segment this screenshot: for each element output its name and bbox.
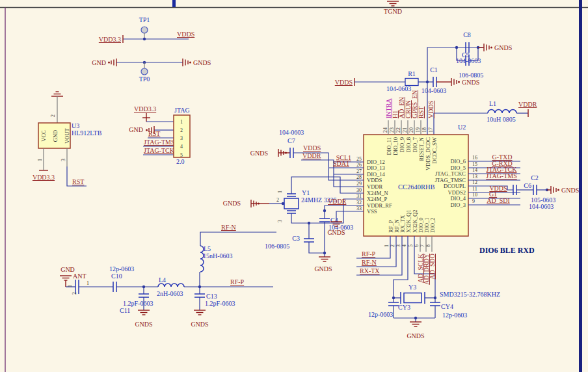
net-label: SDA1 <box>333 160 349 167</box>
cy3-ref: CY3 <box>398 304 410 311</box>
c1-capacitor[interactable] <box>433 77 436 87</box>
jtag-title: JTAG <box>174 107 190 114</box>
tp0-pad-icon[interactable] <box>141 68 148 75</box>
cy3-value: 12p-0603 <box>368 311 393 318</box>
net-label: VDDR <box>328 198 347 205</box>
ant-connector[interactable] <box>75 280 79 294</box>
u3-ref: U3 <box>72 122 79 129</box>
pin-name: VOUT <box>64 127 70 143</box>
pin-number: 13 <box>472 174 477 179</box>
pin-number: 1 <box>180 119 183 125</box>
gnd-earth-icon <box>60 276 72 280</box>
gnds-earth-icon <box>319 257 330 261</box>
net-label: RST <box>418 107 425 118</box>
gnds-port-icon <box>551 186 559 194</box>
gnds-earth-icon <box>410 322 421 326</box>
c11-ref: C11 <box>120 307 130 314</box>
l4-ref: L4 <box>159 276 166 284</box>
c10-capacitor[interactable] <box>113 282 116 292</box>
pin-name: DCOUPL <box>444 183 466 189</box>
c13-ref: C13 <box>206 293 217 300</box>
l4-inductor[interactable] <box>158 284 184 287</box>
pin-number: 1 <box>87 280 89 286</box>
net-label: GNDS <box>193 59 211 66</box>
pin-name: GND <box>52 130 59 142</box>
testpoint-tp0[interactable]: TP0 <box>139 62 150 83</box>
pin-name: X32K_Q1 <box>405 210 412 233</box>
c7-capacitor[interactable] <box>290 148 293 158</box>
cy4-capacitor[interactable] <box>430 302 440 306</box>
pin-number: 2 <box>276 197 279 203</box>
jtag-connector[interactable]: VDD3.3 GND RST JTAG-TMS JTAG-TCK JTAG 1 … <box>129 105 190 165</box>
net-label: GNDS <box>314 265 332 272</box>
y3-body[interactable] <box>404 293 421 303</box>
net-label: RF-N <box>221 224 236 231</box>
pin-number: 33 <box>356 206 362 211</box>
net-label: VDDS <box>335 79 353 86</box>
c3-capacitor[interactable] <box>304 239 314 242</box>
pin-name: DCDC_SW <box>431 137 438 164</box>
pin-number: 4 <box>180 144 183 150</box>
pin-number: 29 <box>356 181 362 187</box>
u3-regulator[interactable]: 2 VCC GND VOUT U3 HL912LTB 1 VDD3.3 3 RS… <box>33 92 102 186</box>
tp1-pad-icon[interactable] <box>141 27 148 33</box>
c3-value: 106-0805 <box>265 243 289 250</box>
pin-number: 3 <box>277 220 283 222</box>
c9-value: 106-0805 <box>459 72 483 79</box>
pin-number: 2 <box>180 127 183 133</box>
c7-ref: C7 <box>287 137 295 144</box>
net-label: JTAG-TCK <box>144 147 175 154</box>
cy3-capacitor[interactable] <box>388 302 399 306</box>
dio6-note: DIO6 BLE RXD <box>479 246 535 255</box>
testpoint-tp1[interactable]: TP1 <box>139 16 150 39</box>
pin-name: DIO_6 <box>450 158 466 165</box>
pin-number: 11 <box>472 186 477 192</box>
net-label: VDD3.3 <box>134 105 156 113</box>
pin-name: VCC <box>40 130 47 142</box>
net-label: GNDS <box>223 200 241 207</box>
cy4-value: 12p-0603 <box>442 312 467 319</box>
pin-number: 1 <box>277 191 283 193</box>
vdds-rail: VDDS R1 104-0603 GNDS C1 104-0603 GNDS C… <box>335 31 537 135</box>
net-label: RF-N <box>362 259 377 266</box>
c4-capacitor[interactable] <box>319 219 330 222</box>
pin-name: DIO_7 <box>412 137 418 153</box>
pin-number: 22 <box>395 127 401 133</box>
pin-number: 3 <box>60 159 66 161</box>
net-label: VDDR <box>518 101 537 108</box>
net-label: RST <box>72 178 84 185</box>
pin-number: 25 <box>356 156 362 162</box>
pin-name: DIO_13 <box>367 165 385 171</box>
c10-value: 12p-0603 <box>109 265 134 272</box>
tgnd-port: TGND <box>384 1 402 15</box>
l1-value: 10uH 0805 <box>487 116 516 123</box>
c11-capacitor[interactable] <box>139 294 149 297</box>
net-label: VDDS <box>427 101 434 118</box>
c13-capacitor[interactable] <box>194 294 205 297</box>
pin-name: DIO_8 <box>405 137 412 153</box>
c2-ref: C2 <box>531 174 539 181</box>
pin-name: X24M_P <box>367 196 387 202</box>
vddr-decoupling: VDDR C4 104-0603 GNDS C3 106-0805 GNDS <box>265 198 364 272</box>
r1-resistor[interactable] <box>405 79 418 86</box>
l1-inductor[interactable] <box>488 110 516 114</box>
pin-name: DIO_4 <box>450 195 466 202</box>
y1-body[interactable] <box>284 198 299 209</box>
pin-number: 5 <box>180 152 183 158</box>
c6-capacitor[interactable] <box>513 185 516 195</box>
pin-name: DIO_3 <box>450 202 466 208</box>
pin-number: 20 <box>408 127 414 133</box>
u2-ic[interactable]: U2 CC2640RHB 25 DIO_12 26 DIO_13 27 DIO_… <box>356 124 477 247</box>
c2-capacitor[interactable] <box>533 185 537 195</box>
c1-value: 104-0603 <box>421 87 446 94</box>
c8-ref: C8 <box>463 31 471 38</box>
y3-ref: Y3 <box>408 284 416 291</box>
pin-number: 30 <box>356 187 362 193</box>
pin-number: 16 <box>472 155 477 161</box>
pin-number: 5 <box>408 245 414 247</box>
y3-crystal[interactable]: Y3 SMD3215-32.768KHZ CY3 12p-0603 CY4 12… <box>368 284 500 339</box>
gnds-earth-icon <box>194 310 206 315</box>
tgnd-label: TGND <box>384 8 402 15</box>
pin-name: VDDS_DCDC <box>425 137 431 170</box>
net-label: AD_SDI <box>487 197 510 204</box>
